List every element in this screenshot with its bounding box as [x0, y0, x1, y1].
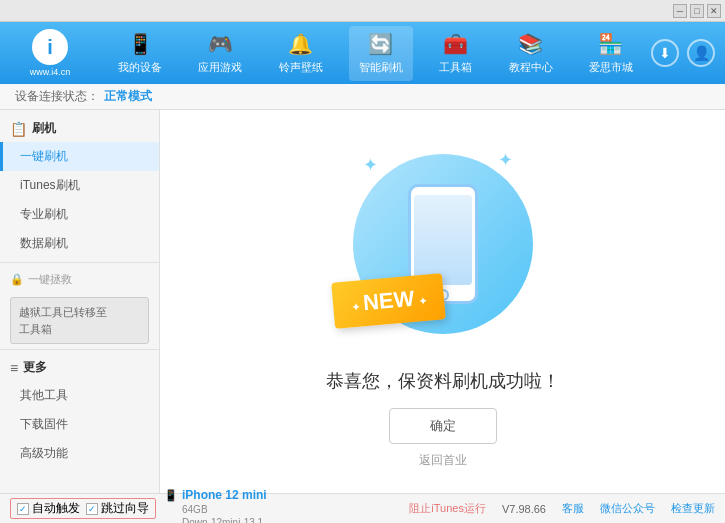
logo: i www.i4.cn [10, 29, 90, 77]
status-bar: 设备连接状态： 正常模式 [0, 84, 725, 110]
sidebar-section-more: ≡ 更多 [0, 354, 159, 381]
sparkle-icon-1: ✦ [363, 154, 378, 176]
rescue-info-box: 越狱工具已转移至工具箱 [10, 297, 149, 344]
device-storage: 64GB [164, 503, 267, 516]
download-button[interactable]: ⬇ [651, 39, 679, 67]
sidebar-item-one-click-flash[interactable]: 一键刷机 [0, 142, 159, 171]
nav-label-smart-flash: 智能刷机 [359, 60, 403, 75]
sidebar-item-data-flash[interactable]: 数据刷机 [0, 229, 159, 258]
logo-url: www.i4.cn [30, 67, 71, 77]
checkbox-area: ✓ 自动触发 ✓ 跳过向导 [10, 498, 156, 519]
user-button[interactable]: 👤 [687, 39, 715, 67]
auto-guide-checkbox[interactable]: ✓ 自动触发 [17, 500, 80, 517]
nav-item-tutorial[interactable]: 📚 教程中心 [499, 26, 563, 81]
nav-bar: 📱 我的设备 🎮 应用游戏 🔔 铃声壁纸 🔄 智能刷机 🧰 工具箱 📚 教程中心… [100, 26, 651, 81]
skip-guide-checkbox[interactable]: ✓ 跳过向导 [86, 500, 149, 517]
minimize-button[interactable]: ─ [673, 4, 687, 18]
header-right-actions: ⬇ 👤 [651, 39, 715, 67]
header: i www.i4.cn 📱 我的设备 🎮 应用游戏 🔔 铃声壁纸 🔄 智能刷机 … [0, 22, 725, 84]
apps-games-icon: 🎮 [208, 32, 233, 56]
auto-guide-label: 自动触发 [32, 500, 80, 517]
divider-2 [0, 349, 159, 350]
nav-label-apps-games: 应用游戏 [198, 60, 242, 75]
no-itunes-label: 阻止iTunes运行 [409, 501, 486, 516]
divider-1 [0, 262, 159, 263]
nav-item-app-store[interactable]: 🏪 爱思市城 [579, 26, 643, 81]
sidebar-section-flash: 📋 刷机 [0, 115, 159, 142]
sparkle-icon-2: ✦ [498, 149, 513, 171]
sidebar-item-pro-flash[interactable]: 专业刷机 [0, 200, 159, 229]
window-controls[interactable]: ─ □ ✕ [673, 4, 721, 18]
status-value: 正常模式 [104, 88, 152, 105]
skip-guide-check-box: ✓ [86, 503, 98, 515]
bottom-right: 阻止iTunes运行 V7.98.66 客服 微信公众号 检查更新 [409, 501, 715, 516]
toolbox-icon: 🧰 [443, 32, 468, 56]
phone-screen [414, 195, 472, 285]
title-bar: ─ □ ✕ [0, 0, 725, 22]
check-update-link[interactable]: 检查更新 [671, 501, 715, 516]
version-label: V7.98.66 [502, 503, 546, 515]
content-area: ✦ ✦ ✧ NEW 恭喜您，保资料刷机成功啦！ 确定 返回首业 [160, 110, 725, 493]
my-device-icon: 📱 [128, 32, 153, 56]
device-info: 📱 iPhone 12 mini 64GB Down-12mini-13,1 [164, 488, 267, 523]
app-store-icon: 🏪 [598, 32, 623, 56]
back-link[interactable]: 返回首业 [419, 452, 467, 469]
sidebar: 📋 刷机 一键刷机 iTunes刷机 专业刷机 数据刷机 🔒 一键拯救 越狱工具… [0, 110, 160, 493]
auto-guide-check-box: ✓ [17, 503, 29, 515]
tutorial-icon: 📚 [518, 32, 543, 56]
maximize-button[interactable]: □ [690, 4, 704, 18]
phone-icon: 📱 [164, 488, 178, 502]
wechat-public-link[interactable]: 微信公众号 [600, 501, 655, 516]
success-illustration: ✦ ✦ ✧ NEW [343, 134, 543, 354]
nav-label-toolbox: 工具箱 [439, 60, 472, 75]
more-section-label: 更多 [23, 359, 47, 376]
skip-guide-label: 跳过向导 [101, 500, 149, 517]
device-model: Down-12mini-13,1 [164, 516, 267, 523]
nav-label-tutorial: 教程中心 [509, 60, 553, 75]
sidebar-item-other-tools[interactable]: 其他工具 [0, 381, 159, 410]
flash-section-icon: 📋 [10, 121, 27, 137]
status-label: 设备连接状态： [15, 88, 99, 105]
nav-item-my-device[interactable]: 📱 我的设备 [108, 26, 172, 81]
customer-service-link[interactable]: 客服 [562, 501, 584, 516]
nav-item-smart-flash[interactable]: 🔄 智能刷机 [349, 26, 413, 81]
flash-section-label: 刷机 [32, 120, 56, 137]
bottom-bar: ✓ 自动触发 ✓ 跳过向导 📱 iPhone 12 mini 64GB Down… [0, 493, 725, 523]
close-button[interactable]: ✕ [707, 4, 721, 18]
sidebar-section-rescue-locked: 🔒 一键拯救 [0, 267, 159, 292]
new-badge: NEW [331, 273, 446, 329]
nav-label-app-store: 爱思市城 [589, 60, 633, 75]
main-content: 📋 刷机 一键刷机 iTunes刷机 专业刷机 数据刷机 🔒 一键拯救 越狱工具… [0, 110, 725, 493]
more-section-icon: ≡ [10, 360, 18, 376]
nav-item-ringtones[interactable]: 🔔 铃声壁纸 [269, 26, 333, 81]
success-title: 恭喜您，保资料刷机成功啦！ [326, 369, 560, 393]
sidebar-item-advanced[interactable]: 高级功能 [0, 439, 159, 468]
nav-item-toolbox[interactable]: 🧰 工具箱 [429, 26, 482, 81]
confirm-button[interactable]: 确定 [389, 408, 497, 444]
lock-icon: 🔒 [10, 273, 24, 286]
device-name: iPhone 12 mini [182, 488, 267, 504]
sidebar-item-itunes-flash[interactable]: iTunes刷机 [0, 171, 159, 200]
nav-label-my-device: 我的设备 [118, 60, 162, 75]
nav-item-apps-games[interactable]: 🎮 应用游戏 [188, 26, 252, 81]
logo-icon: i [32, 29, 68, 65]
sidebar-item-download-firmware[interactable]: 下载固件 [0, 410, 159, 439]
smart-flash-icon: 🔄 [368, 32, 393, 56]
nav-label-ringtones: 铃声壁纸 [279, 60, 323, 75]
ringtones-icon: 🔔 [288, 32, 313, 56]
